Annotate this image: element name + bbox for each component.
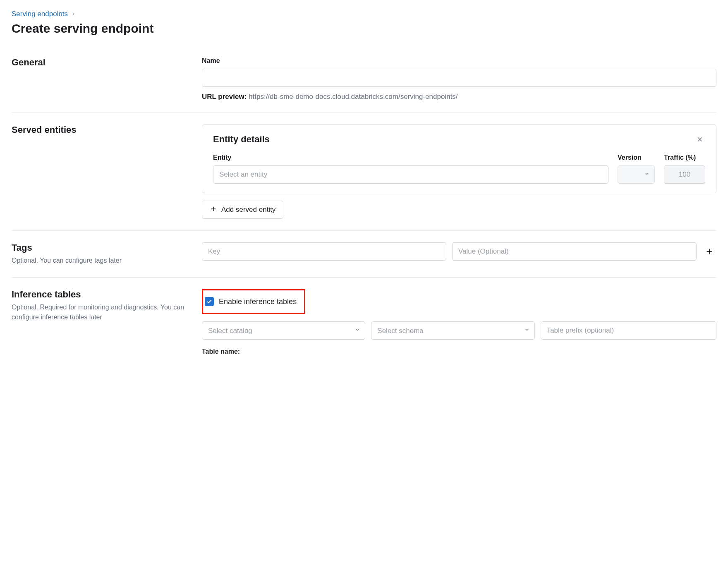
enable-inference-checkbox[interactable] [205, 297, 214, 306]
entity-details-card: Entity details Entity Version [202, 125, 716, 193]
version-select[interactable] [618, 165, 655, 184]
traffic-label: Traffic (%) [664, 154, 705, 161]
entity-label: Entity [213, 154, 608, 161]
add-served-entity-label: Add served entity [221, 206, 275, 214]
breadcrumb-serving-endpoints[interactable]: Serving endpoints [12, 10, 68, 18]
enable-inference-label[interactable]: Enable inference tables [219, 297, 297, 306]
tag-key-input[interactable] [202, 242, 446, 261]
traffic-input[interactable] [664, 165, 705, 184]
catalog-select[interactable]: Select catalog [202, 321, 365, 340]
name-label: Name [202, 57, 716, 65]
url-preview-value: https://db-sme-demo-docs.cloud.databrick… [249, 93, 458, 101]
tags-desc: Optional. You can configure tags later [12, 256, 185, 266]
name-input[interactable] [202, 69, 716, 87]
table-name-label: Table name: [202, 348, 240, 355]
url-preview: URL preview: https://db-sme-demo-docs.cl… [202, 93, 716, 101]
close-icon[interactable] [694, 134, 705, 145]
entity-select[interactable] [213, 165, 608, 184]
url-preview-label: URL preview: [202, 93, 247, 101]
divider [12, 230, 716, 231]
inference-tables-desc: Optional. Required for monitoring and di… [12, 302, 185, 322]
breadcrumb: Serving endpoints [12, 10, 716, 18]
enable-inference-highlight: Enable inference tables [202, 289, 305, 314]
add-served-entity-button[interactable]: Add served entity [202, 201, 283, 219]
version-label: Version [618, 154, 655, 161]
add-tag-button[interactable] [702, 244, 716, 259]
section-title-general: General [12, 57, 185, 68]
section-title-tags: Tags [12, 242, 185, 253]
plus-icon [210, 205, 217, 215]
section-title-served-entities: Served entities [12, 125, 185, 135]
chevron-right-icon [71, 11, 75, 17]
table-name-row: Table name: [202, 348, 716, 355]
tag-value-input[interactable] [452, 242, 697, 261]
divider [12, 277, 716, 278]
section-title-inference-tables: Inference tables [12, 289, 185, 300]
schema-select[interactable]: Select schema [371, 321, 534, 340]
table-prefix-input[interactable] [541, 321, 716, 340]
page-title: Create serving endpoint [12, 22, 716, 36]
entity-details-title: Entity details [213, 134, 270, 145]
divider [12, 113, 716, 113]
